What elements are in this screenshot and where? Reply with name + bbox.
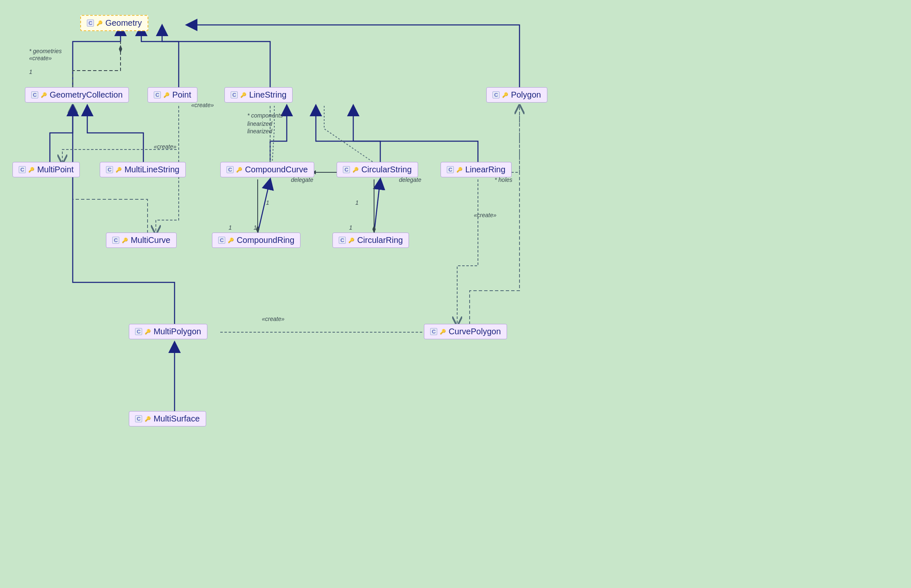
node-label: GeometryCollection [49,90,123,100]
class-icon: C [447,166,454,173]
label-create-mp: «create» [262,316,284,322]
key-icon: 🔑 [456,167,463,173]
node-point[interactable]: C 🔑 Point [148,87,197,103]
node-label: CompoundRing [236,235,294,245]
node-linestring[interactable]: C 🔑 LineString [224,87,293,103]
class-icon: C [218,237,225,244]
node-label: CompoundCurve [245,165,308,174]
label-holes: * holes [495,176,512,183]
node-label: MultiPolygon [153,327,201,336]
class-icon: C [492,91,500,98]
class-icon: C [154,91,161,98]
node-compoundcurve[interactable]: C 🔑 CompoundCurve [220,162,314,177]
node-label: LineString [249,90,286,100]
class-icon: C [87,20,94,27]
node-label: Geometry [105,18,142,28]
label-1-bottom1: 1 [229,224,232,231]
node-label: MultiPoint [37,165,74,174]
node-multipolygon[interactable]: C 🔑 MultiPolygon [129,324,207,339]
node-label: MultiSurface [153,414,199,424]
node-label: MultiCurve [130,235,170,245]
node-multisurface[interactable]: C 🔑 MultiSurface [129,411,206,426]
class-icon: C [227,166,234,173]
label-1-gc: 1 [29,69,32,75]
node-compoundring[interactable]: C 🔑 CompoundRing [212,233,300,248]
node-label: Point [172,90,191,100]
node-label: LinearRing [465,165,505,174]
key-icon: 🔑 [236,167,242,173]
node-multipoint[interactable]: C 🔑 MultiPoint [12,162,80,177]
label-create-lr: «create» [474,212,496,218]
node-polygon[interactable]: C 🔑 Polygon [486,87,547,103]
label-1-cr: 1 [266,199,269,206]
node-circularstring[interactable]: C 🔑 CircularString [337,162,418,177]
class-icon: C [112,237,119,244]
svg-marker-4 [119,45,122,53]
node-label: MultiLineString [124,165,179,174]
label-1-csr: 1 [355,199,359,206]
node-label: CurvePolygon [448,327,501,336]
class-icon: C [339,237,346,244]
class-icon: C [343,166,350,173]
label-delegate-cc: delegate [291,176,313,183]
key-icon: 🔑 [145,416,151,422]
key-icon: 🔑 [122,238,128,243]
label-1-bottom2: 1 [254,224,257,231]
svg-line-2 [374,179,380,233]
label-create-mc: «create» [154,143,176,150]
class-icon: C [135,328,142,335]
node-label: CircularRing [357,235,403,245]
class-icon: C [430,328,437,335]
key-icon: 🔑 [240,92,246,98]
label-create-cc: «create» [191,102,214,108]
key-icon: 🔑 [502,92,508,98]
node-label: CircularString [361,165,411,174]
class-icon: C [31,91,38,98]
node-curvepolygon[interactable]: C 🔑 CurvePolygon [424,324,507,339]
label-1-bottom3: 1 [349,224,352,231]
class-icon: C [135,415,142,422]
label-delegate-cs: delegate [399,176,421,183]
node-linearring[interactable]: C 🔑 LinearRing [441,162,512,177]
node-label: Polygon [511,90,541,100]
label-create-gc: «create» [29,55,52,61]
label-components: * components [247,112,283,119]
label-linearized1: linearized [247,120,272,127]
key-icon: 🔑 [96,20,103,26]
node-circularring[interactable]: C 🔑 CircularRing [332,233,409,248]
class-icon: C [19,166,26,173]
node-multilinestring[interactable]: C 🔑 MultiLineString [100,162,186,177]
node-multicurve[interactable]: C 🔑 MultiCurve [106,233,177,248]
key-icon: 🔑 [116,167,122,173]
key-icon: 🔑 [163,92,170,98]
key-icon: 🔑 [348,238,355,243]
svg-line-1 [258,179,270,233]
svg-marker-9 [372,225,376,233]
key-icon: 🔑 [145,329,151,335]
class-icon: C [106,166,113,173]
node-geometry[interactable]: C 🔑 Geometry [80,15,148,31]
key-icon: 🔑 [28,167,34,173]
key-icon: 🔑 [41,92,47,98]
key-icon: 🔑 [352,167,359,173]
key-icon: 🔑 [440,329,446,335]
label-geometries: * geometries [29,48,62,54]
key-icon: 🔑 [228,238,234,243]
class-icon: C [231,91,238,98]
label-linearized2: linearized [247,128,272,135]
node-geometrycollection[interactable]: C 🔑 GeometryCollection [25,87,129,103]
